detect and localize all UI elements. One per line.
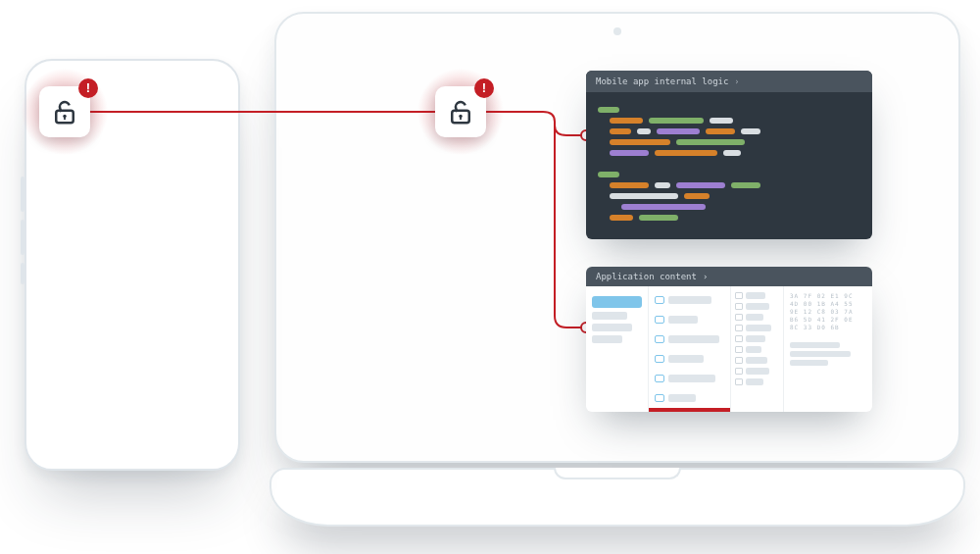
code-panel-header: Mobile app internal logic › [586, 71, 872, 92]
vulnerability-badge-phone: ! [39, 86, 90, 137]
hex-dump: 3A 7F 02 E1 9C4D 00 1B A4 559E 12 C8 03 … [784, 286, 872, 335]
content-panel-header: Application content › [586, 267, 872, 286]
code-panel: Mobile app internal logic › [586, 71, 872, 239]
chevron-right-icon: › [703, 272, 708, 281]
phone-power-button [21, 263, 24, 284]
vulnerability-badge-laptop: ! [435, 86, 486, 137]
list-item-selected [649, 408, 730, 412]
content-panel-title: Application content [596, 272, 697, 281]
list-item [649, 349, 730, 369]
code-body [586, 92, 872, 235]
security-diagram: ! ! Mobile app internal logic › [0, 0, 980, 554]
folder-column [586, 286, 649, 412]
file-list-column [649, 286, 731, 412]
alert-icon: ! [474, 78, 494, 98]
laptop-camera [613, 27, 621, 35]
phone-volume-down [21, 220, 24, 255]
content-panel-body: 3A 7F 02 E1 9C4D 00 1B A4 559E 12 C8 03 … [586, 286, 872, 412]
size-column [731, 286, 784, 412]
code-panel-tab: Mobile app internal logic › [596, 71, 739, 92]
content-panel: Application content › [586, 267, 872, 412]
list-item [649, 388, 730, 408]
list-item [649, 310, 730, 329]
svg-rect-4 [64, 116, 66, 120]
hex-metadata [784, 335, 872, 373]
phone-volume-up [21, 176, 24, 212]
code-panel-title: Mobile app internal logic [596, 76, 728, 86]
list-item [649, 290, 730, 310]
hex-preview-column: 3A 7F 02 E1 9C4D 00 1B A4 559E 12 C8 03 … [784, 286, 872, 412]
list-item [649, 329, 730, 349]
chevron-right-icon: › [734, 77, 739, 86]
alert-icon: ! [78, 78, 98, 98]
laptop-trackpad-notch [554, 468, 681, 479]
list-item [649, 369, 730, 388]
svg-rect-7 [460, 116, 462, 120]
